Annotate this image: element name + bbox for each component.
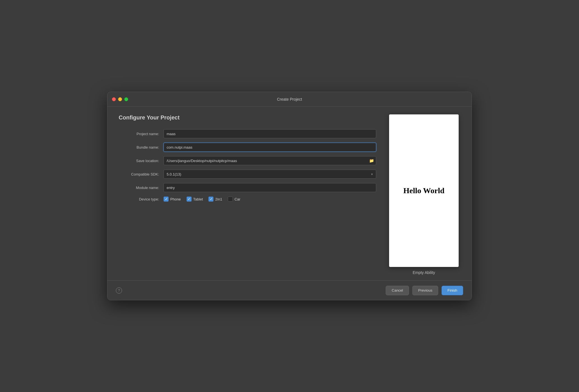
- save-location-label: Save location:: [119, 159, 164, 163]
- phone-check-icon: ✓: [165, 198, 167, 201]
- form-rows: Project name: Bundle name: Save location…: [119, 129, 376, 206]
- help-icon[interactable]: ?: [116, 287, 122, 294]
- window-body: Configure Your Project Project name: Bun…: [107, 107, 472, 300]
- preview-section: Hello World Empty Ability: [387, 114, 460, 275]
- tablet-label: Tablet: [193, 197, 203, 201]
- form-section: Configure Your Project Project name: Bun…: [119, 114, 376, 275]
- phone-checkbox-box[interactable]: ✓: [164, 197, 169, 202]
- 2in1-label: 2in1: [215, 197, 222, 201]
- device-type-label: Device type:: [119, 197, 164, 201]
- preview-hello-world-text: Hello World: [403, 186, 445, 195]
- minimize-button[interactable]: [118, 97, 122, 101]
- traffic-lights: [112, 97, 128, 101]
- close-button[interactable]: [112, 97, 116, 101]
- maximize-button[interactable]: [124, 97, 128, 101]
- finish-button[interactable]: Finish: [442, 286, 463, 295]
- compatible-sdk-select[interactable]: 5.0.1(13): [164, 170, 376, 179]
- create-project-window: Create Project Configure Your Project Pr…: [107, 92, 472, 300]
- device-type-row: Device type: ✓ Phone ✓: [119, 197, 376, 202]
- project-name-input[interactable]: [164, 129, 376, 138]
- folder-icon[interactable]: 📁: [369, 158, 374, 163]
- bundle-name-row: Bundle name:: [119, 143, 376, 152]
- window-title: Create Project: [277, 97, 302, 102]
- footer: ? Cancel Previous Finish: [107, 280, 472, 300]
- module-name-row: Module name:: [119, 183, 376, 192]
- 2in1-checkbox-box[interactable]: ✓: [208, 197, 213, 202]
- cancel-button[interactable]: Cancel: [386, 286, 409, 295]
- content-area: Configure Your Project Project name: Bun…: [107, 107, 472, 280]
- tablet-checkbox-box[interactable]: ✓: [187, 197, 192, 202]
- footer-left: ?: [116, 287, 122, 294]
- previous-button[interactable]: Previous: [412, 286, 438, 295]
- preview-template-label: Empty Ability: [413, 270, 435, 275]
- tablet-check-icon: ✓: [188, 198, 190, 201]
- save-location-wrapper: 📁: [164, 156, 376, 165]
- help-question-mark: ?: [118, 289, 120, 292]
- device-2in1-checkbox[interactable]: ✓ 2in1: [208, 197, 222, 202]
- save-location-row: Save location: 📁: [119, 156, 376, 165]
- bundle-name-input[interactable]: [164, 143, 376, 152]
- project-name-row: Project name:: [119, 129, 376, 138]
- module-name-input[interactable]: [164, 183, 376, 192]
- device-car-checkbox[interactable]: Car: [228, 197, 240, 202]
- device-tablet-checkbox[interactable]: ✓ Tablet: [187, 197, 203, 202]
- compatible-sdk-label: Compatible SDK:: [119, 172, 164, 176]
- preview-frame: Hello World: [389, 114, 459, 267]
- footer-buttons: Cancel Previous Finish: [386, 286, 463, 295]
- compatible-sdk-row: Compatible SDK: 5.0.1(13) ▼: [119, 170, 376, 179]
- car-checkbox-box[interactable]: [228, 197, 233, 202]
- device-phone-checkbox[interactable]: ✓ Phone: [164, 197, 181, 202]
- project-name-label: Project name:: [119, 132, 164, 136]
- title-bar: Create Project: [107, 92, 472, 107]
- page-title: Configure Your Project: [119, 114, 376, 121]
- sdk-wrapper: 5.0.1(13) ▼: [164, 170, 376, 179]
- phone-label: Phone: [170, 197, 181, 201]
- 2in1-check-icon: ✓: [210, 198, 212, 201]
- bundle-name-label: Bundle name:: [119, 145, 164, 149]
- module-name-label: Module name:: [119, 186, 164, 190]
- device-checkboxes: ✓ Phone ✓ Tablet: [164, 197, 240, 202]
- save-location-input[interactable]: [164, 156, 376, 165]
- car-label: Car: [235, 197, 240, 201]
